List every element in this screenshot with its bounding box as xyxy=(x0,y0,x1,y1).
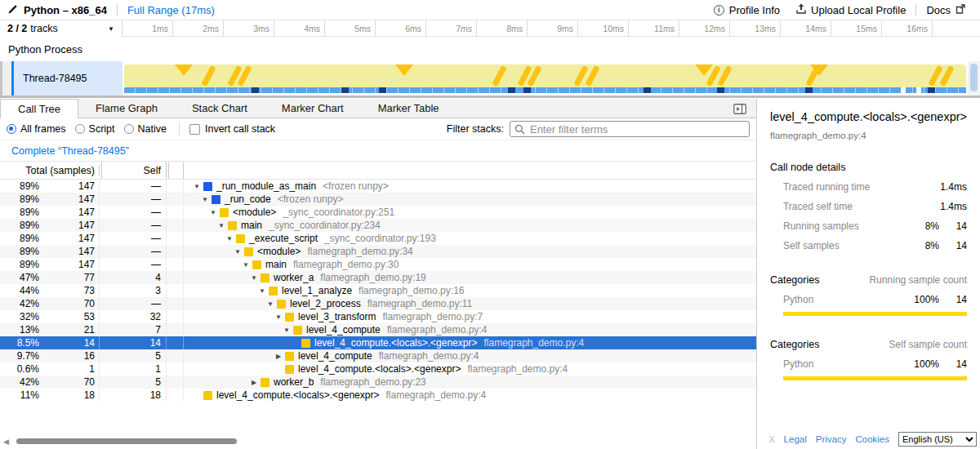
expander-open-icon[interactable]: ▼ xyxy=(201,196,209,203)
filter-stacks-input[interactable] xyxy=(510,121,750,137)
radio-native[interactable]: Native xyxy=(124,123,167,135)
expander-closed-icon[interactable]: ▶ xyxy=(250,379,258,386)
expander-open-icon[interactable]: ▼ xyxy=(225,235,234,242)
table-row[interactable]: 89%147—▼_run_module_as_main<frozen runpy… xyxy=(0,180,756,193)
sample-dark-block xyxy=(379,87,386,93)
pencil-icon[interactable] xyxy=(8,2,18,17)
breadcrumb: Complete “Thread-78495” xyxy=(0,140,756,161)
expander-open-icon[interactable]: ▼ xyxy=(266,300,274,308)
tracks-dropdown-button[interactable]: 2 / 2 tracks ▼ xyxy=(0,20,122,37)
call-tree-rows: 89%147—▼_run_module_as_main<frozen runpy… xyxy=(0,180,756,402)
chevron-down-icon: ▼ xyxy=(108,25,114,33)
table-row[interactable]: 44%733▼level_1_analyzeflamegraph_demo.py… xyxy=(0,284,756,297)
upload-profile-button[interactable]: Upload Local Profile xyxy=(796,3,906,16)
radio-all-frames[interactable]: All frames xyxy=(7,123,66,135)
sidebar-toggle-icon[interactable] xyxy=(733,103,746,118)
expander-open-icon[interactable]: ▼ xyxy=(274,313,283,321)
invert-call-stack-checkbox[interactable]: Invert call stack xyxy=(189,123,275,135)
expander-closed-icon[interactable]: ▶ xyxy=(274,353,283,360)
process-track-header[interactable]: Python Process xyxy=(0,37,980,61)
marker-slash-icon[interactable] xyxy=(492,65,506,87)
footer-link-legal[interactable]: Legal xyxy=(784,434,807,444)
thread-track-label[interactable]: Thread-78495 xyxy=(14,61,122,96)
row-self-count: — xyxy=(100,258,167,271)
row-total-count: 147 xyxy=(39,206,100,219)
expander-open-icon[interactable]: ▼ xyxy=(193,183,201,190)
expander-open-icon[interactable]: ▼ xyxy=(283,327,291,334)
footer-link-cookies[interactable]: Cookies xyxy=(855,434,889,444)
table-row[interactable]: 47%774▼worker_aflamegraph_demo.py:19 xyxy=(0,271,756,284)
expander-open-icon[interactable]: ▼ xyxy=(250,274,258,282)
table-row[interactable]: 89%147—▼<module>flamegraph_demo.py:34 xyxy=(0,245,756,258)
docs-button[interactable]: Docs xyxy=(926,4,970,16)
table-row[interactable]: 8.5%1414level_4_compute.<locals>.<genexp… xyxy=(0,336,756,349)
language-select[interactable]: English (US) xyxy=(898,432,977,447)
breadcrumb-root-link[interactable]: Complete “Thread-78495” xyxy=(11,145,129,157)
tab-marker-table[interactable]: Marker Table xyxy=(361,99,457,118)
expander-open-icon[interactable]: ▼ xyxy=(258,287,266,295)
table-row[interactable]: 89%147—▼_run_code<frozen runpy> xyxy=(0,193,756,206)
marker-triangle-icon[interactable] xyxy=(175,64,193,76)
profile-info-button[interactable]: i Profile Info xyxy=(714,4,780,16)
column-header-self[interactable]: Self xyxy=(102,162,167,179)
row-spacer xyxy=(167,258,184,271)
table-row[interactable]: 0.6%11level_4_compute.<locals>.<genexpr>… xyxy=(0,362,756,376)
row-self-count: 1 xyxy=(100,362,167,376)
table-row[interactable]: 42%705▶worker_bflamegraph_demo.py:23 xyxy=(0,376,756,389)
row-total-percent: 8.5% xyxy=(0,337,39,349)
table-row[interactable]: 89%147—▼mainflamegraph_demo.py:30 xyxy=(0,258,756,271)
track-scrollbar[interactable] xyxy=(968,61,980,96)
track-grip[interactable] xyxy=(2,61,11,96)
expander-open-icon[interactable]: ▼ xyxy=(242,261,250,269)
detail-label: Traced running time xyxy=(783,181,906,193)
marker-slash-icon[interactable] xyxy=(201,65,216,87)
sidebar-function-title: level_4_compute.<locals>.<genexpr> xyxy=(770,110,967,123)
radio-script[interactable]: Script xyxy=(75,123,115,135)
expander-open-icon[interactable]: ▼ xyxy=(217,222,225,229)
marker-band[interactable] xyxy=(124,64,966,87)
table-row[interactable]: 42%70—▼level_2_processflamegraph_demo.py… xyxy=(0,297,756,310)
tab-marker-chart[interactable]: Marker Chart xyxy=(265,99,361,118)
footer-links: XLegalPrivacyCookiesEnglish (US) xyxy=(768,432,977,447)
expander-open-icon[interactable]: ▼ xyxy=(209,209,217,216)
footer-link-privacy[interactable]: Privacy xyxy=(816,434,847,444)
horizontal-scrollbar-thumb[interactable] xyxy=(16,438,237,444)
row-total-count: 147 xyxy=(39,232,100,245)
table-row[interactable]: 89%147—▼_execute_script_sync_coordinator… xyxy=(0,232,756,245)
full-range-link[interactable]: Full Range (17ms) xyxy=(127,4,215,16)
table-row[interactable]: 32%5332▼level_3_transformflamegraph_demo… xyxy=(0,310,756,323)
marker-triangle-icon[interactable] xyxy=(395,64,413,76)
tab-call-tree[interactable]: Call Tree xyxy=(0,99,78,118)
tab-flame-graph[interactable]: Flame Graph xyxy=(78,99,175,118)
sample-activity-strip[interactable] xyxy=(124,87,966,93)
tab-stack-chart[interactable]: Stack Chart xyxy=(175,99,265,118)
detail-label: Traced self time xyxy=(783,201,906,212)
row-self-count: — xyxy=(100,219,167,232)
footer-link-x[interactable]: X xyxy=(768,434,775,444)
track-scrollbar-thumb[interactable] xyxy=(970,64,978,91)
table-row[interactable]: 9.7%165▶level_4_computeflamegraph_demo.p… xyxy=(0,349,756,362)
row-total-percent: 42% xyxy=(0,298,39,309)
table-row[interactable]: 13%217▼level_4_computeflamegraph_demo.py… xyxy=(0,323,756,336)
scroll-left-icon[interactable]: ◀ xyxy=(3,438,9,446)
profile-name[interactable]: Python – x86_64 xyxy=(24,4,107,16)
table-row[interactable]: 89%147—▼<module>_sync_coordinator.py:251 xyxy=(0,206,756,219)
radio-label: Script xyxy=(89,123,115,135)
file-location: flamegraph_demo.py:16 xyxy=(359,285,464,296)
ruler-tick: 7ms xyxy=(426,20,477,37)
ruler-tick: 9ms xyxy=(528,20,578,37)
timeline-ruler[interactable]: 2 / 2 tracks ▼ 1ms2ms3ms4ms5ms6ms7ms8ms9… xyxy=(0,20,980,37)
table-row[interactable]: 11%1818level_4_compute.<locals>.<genexpr… xyxy=(0,389,756,402)
panel-splitter[interactable] xyxy=(0,96,980,98)
column-header-total[interactable]: Total (samples) xyxy=(0,165,100,176)
table-row[interactable]: 89%147—▼main_sync_coordinator.py:234 xyxy=(0,219,756,232)
marker-slash-icon[interactable] xyxy=(805,65,820,87)
radio-icon xyxy=(75,124,85,134)
file-location: flamegraph_demo.py:34 xyxy=(307,246,412,257)
expander-open-icon[interactable]: ▼ xyxy=(234,248,242,256)
function-name: level_4_compute.<locals>.<genexpr> xyxy=(298,363,461,375)
thread-track-canvas[interactable] xyxy=(122,61,968,96)
row-spacer xyxy=(167,245,184,258)
row-total-count: 14 xyxy=(39,336,100,349)
row-total-percent: 32% xyxy=(0,311,39,322)
